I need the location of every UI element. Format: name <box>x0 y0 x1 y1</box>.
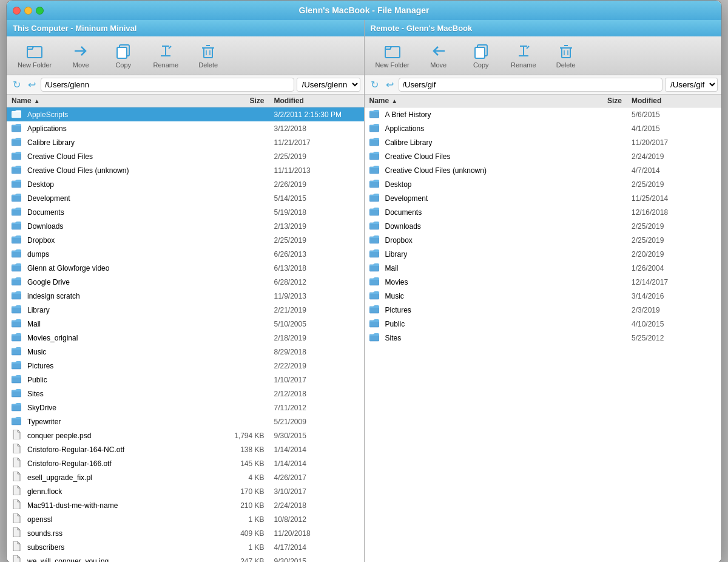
list-item[interactable]: conquer peeple.psd1,794 KB9/30/2015 <box>7 428 364 442</box>
left-copy-button[interactable]: Copy <box>105 40 141 71</box>
file-modified: 11/9/2013 <box>274 292 359 300</box>
right-move-button[interactable]: Move <box>420 40 457 71</box>
list-item[interactable]: Movies_original2/18/2019 <box>7 331 364 345</box>
list-item[interactable]: Cristoforo-Regular-166.otf145 KB1/14/201… <box>7 456 364 470</box>
folder-icon <box>12 206 24 218</box>
file-modified: 9/30/2015 <box>274 557 359 563</box>
list-item[interactable]: Public4/10/2015 <box>365 317 722 331</box>
list-item[interactable]: subscribers1 KB4/17/2014 <box>7 540 364 554</box>
list-item[interactable]: Sites5/25/2012 <box>365 331 722 345</box>
file-name: Sites <box>385 334 584 342</box>
list-item[interactable]: Music3/14/2016 <box>365 289 722 303</box>
list-item[interactable]: Applications3/12/2018 <box>7 121 364 135</box>
list-item[interactable]: SkyDrive7/11/2012 <box>7 401 364 415</box>
file-name: Applications <box>27 124 226 133</box>
right-rename-button[interactable]: Rename <box>505 40 542 71</box>
list-item[interactable]: A Brief History5/6/2015 <box>365 107 722 121</box>
minimize-button[interactable] <box>24 7 32 15</box>
list-item[interactable]: sounds.rss409 KB11/20/2018 <box>7 526 364 540</box>
list-item[interactable]: Typewriter5/21/2009 <box>7 415 364 428</box>
list-item[interactable]: Creative Cloud Files (unknown)11/11/2013 <box>7 163 364 177</box>
right-address-input[interactable] <box>399 78 663 92</box>
left-column-headers: Name ▲ Size Modified <box>7 95 364 107</box>
list-item[interactable]: Desktop2/26/2019 <box>7 177 364 191</box>
left-move-button[interactable]: Move <box>62 40 99 71</box>
right-refresh-button[interactable]: ↻ <box>368 78 381 92</box>
left-rename-button[interactable]: Rename <box>147 40 184 71</box>
list-item[interactable]: Development5/14/2015 <box>7 191 364 205</box>
list-item[interactable]: openssl1 KB10/8/2012 <box>7 512 364 526</box>
file-icon <box>12 499 24 511</box>
list-item[interactable]: Mac911-dust-me-with-name210 KB2/24/2018 <box>7 498 364 512</box>
right-copy-button[interactable]: Copy <box>463 40 499 71</box>
file-name: glenn.flock <box>27 487 226 496</box>
list-item[interactable]: Calibre Library11/21/2017 <box>7 135 364 149</box>
folder-icon <box>369 220 382 232</box>
close-button[interactable] <box>13 7 21 15</box>
list-item[interactable]: Creative Cloud Files2/24/2019 <box>365 149 722 163</box>
list-item[interactable]: we_will_conquer_you.jpg247 KB9/30/2015 <box>7 554 364 562</box>
file-modified: 2/13/2019 <box>274 222 359 231</box>
file-modified: 3/14/2016 <box>632 292 716 300</box>
maximize-button[interactable] <box>36 7 44 15</box>
file-size: 4 KB <box>226 473 274 482</box>
right-size-header[interactable]: Size <box>583 96 632 105</box>
list-item[interactable]: indesign scratch11/9/2013 <box>7 289 364 303</box>
list-item[interactable]: Downloads2/25/2019 <box>365 219 722 233</box>
list-item[interactable]: Desktop2/25/2019 <box>365 177 722 191</box>
right-address-dropdown[interactable]: /Users/gif <box>665 78 718 92</box>
right-file-list[interactable]: A Brief History5/6/2015 Applications4/1/… <box>365 107 722 562</box>
file-name: Applications <box>385 124 584 133</box>
list-item[interactable]: Documents12/16/2018 <box>365 205 722 219</box>
list-item[interactable]: Documents5/19/2018 <box>7 205 364 219</box>
list-item[interactable]: Development11/25/2014 <box>365 191 722 205</box>
list-item[interactable]: Pictures2/22/2019 <box>7 359 364 373</box>
list-item[interactable]: Dropbox2/25/2019 <box>365 233 722 247</box>
left-size-header[interactable]: Size <box>226 96 274 105</box>
list-item[interactable]: Sites2/12/2018 <box>7 387 364 401</box>
folder-icon <box>12 192 24 204</box>
left-delete-button[interactable]: Delete <box>190 40 226 71</box>
left-address-input[interactable] <box>41 78 294 92</box>
folder-icon <box>12 109 24 120</box>
list-item[interactable]: Public1/10/2017 <box>7 373 364 387</box>
left-new-folder-button[interactable]: New Folder <box>13 40 56 71</box>
right-delete-button[interactable]: Delete <box>548 40 584 71</box>
right-new-folder-button[interactable]: New Folder <box>371 40 414 71</box>
list-item[interactable]: Dropbox2/25/2019 <box>7 233 364 247</box>
left-name-header[interactable]: Name ▲ <box>12 96 226 105</box>
left-refresh-button[interactable]: ↻ <box>10 78 23 92</box>
list-item[interactable]: Creative Cloud Files2/25/2019 <box>7 149 364 163</box>
list-item[interactable]: Movies12/14/2017 <box>365 275 722 289</box>
list-item[interactable]: Calibre Library11/20/2017 <box>365 135 722 149</box>
left-file-list[interactable]: AppleScripts3/2/2011 2:15:30 PM Applicat… <box>7 107 364 562</box>
list-item[interactable]: Mail5/10/2005 <box>7 317 364 331</box>
list-item[interactable]: Creative Cloud Files (unknown)4/7/2014 <box>365 163 722 177</box>
list-item[interactable]: Pictures2/3/2019 <box>365 303 722 317</box>
file-name: Sites <box>27 390 226 398</box>
list-item[interactable]: AppleScripts3/2/2011 2:15:30 PM <box>7 107 364 121</box>
list-item[interactable]: Google Drive6/28/2012 <box>7 275 364 289</box>
left-modified-header[interactable]: Modified <box>274 96 359 105</box>
file-modified: 2/26/2019 <box>274 180 359 189</box>
file-name: Documents <box>27 208 226 217</box>
file-name: Downloads <box>385 222 584 231</box>
list-item[interactable]: esell_upgrade_fix.pl4 KB4/26/2017 <box>7 470 364 484</box>
list-item[interactable]: Cristoforo-Regular-164-NC.otf138 KB1/14/… <box>7 442 364 456</box>
right-back-button[interactable]: ↩ <box>383 78 396 92</box>
list-item[interactable]: Music8/29/2018 <box>7 345 364 359</box>
left-address-dropdown[interactable]: /Users/glenn <box>297 78 360 92</box>
left-back-button[interactable]: ↩ <box>25 78 38 92</box>
right-name-header[interactable]: Name ▲ <box>369 96 584 105</box>
file-modified: 5/25/2012 <box>632 334 716 342</box>
list-item[interactable]: Library2/20/2019 <box>365 247 722 261</box>
file-modified: 11/25/2014 <box>632 194 716 203</box>
list-item[interactable]: Downloads2/13/2019 <box>7 219 364 233</box>
right-modified-header[interactable]: Modified <box>632 96 716 105</box>
list-item[interactable]: Applications4/1/2015 <box>365 121 722 135</box>
list-item[interactable]: Glenn at Glowforge video6/13/2018 <box>7 261 364 275</box>
list-item[interactable]: glenn.flock170 KB3/10/2017 <box>7 484 364 498</box>
list-item[interactable]: Library2/21/2019 <box>7 303 364 317</box>
list-item[interactable]: Mail1/26/2004 <box>365 261 722 275</box>
list-item[interactable]: dumps6/26/2013 <box>7 247 364 261</box>
